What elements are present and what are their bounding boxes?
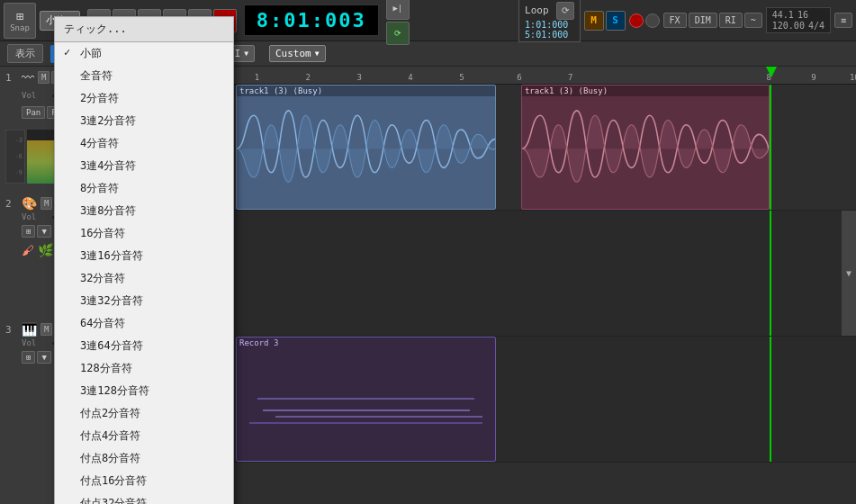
ri-button[interactable]: RI [719, 13, 743, 28]
track-3-lane-content: Record 3 [236, 337, 856, 462]
menu-item-triplet-eighth[interactable]: 3連8分音符 [55, 200, 233, 222]
snap-button[interactable]: ⊞ Snap [4, 3, 36, 39]
menu-item-half[interactable]: 2分音符 [55, 87, 233, 110]
ruler-mark-4: 4 [408, 73, 412, 82]
ruler-mark-3: 3 [356, 73, 361, 82]
menu-item-measure[interactable]: 小節 [55, 42, 233, 65]
menu-item-dotted-eighth[interactable]: 付点8分音符 [55, 447, 233, 470]
menu-item-dotted-quarter[interactable]: 付点4分音符 [55, 425, 233, 447]
track-1-lane-content: track1 (3) (Busy) track1 (3) (Busy) [236, 85, 856, 210]
track-1-number: 1 [5, 72, 18, 84]
ruler-mark-7: 7 [568, 73, 572, 82]
solo-button[interactable]: S [606, 11, 626, 31]
playhead-marker [766, 67, 777, 77]
track-3-clip-1[interactable]: Record 3 [236, 337, 496, 462]
tilde-button[interactable]: ~ [744, 13, 762, 28]
track-2-leaf-icon[interactable]: 🌿 [38, 243, 53, 257]
fx-dim-buttons: FX DIM RI ~ [663, 13, 762, 28]
snap-dropdown-menu: ティック... 小節 全音符 2分音符 3連2分音符 4分音符 3連4分音符 8… [54, 16, 234, 504]
track-3-scroll[interactable]: ▼ [37, 351, 50, 364]
loop-end-button[interactable]: ▶| [386, 0, 410, 20]
project-info: 44.1 16 120.00 4/4 [766, 7, 831, 33]
ruler-mark-9: 9 [811, 73, 815, 82]
fx-button[interactable]: FX [663, 13, 687, 28]
menu-item-triplet-half[interactable]: 3連2分音符 [55, 110, 233, 132]
track-2-scroll[interactable]: ▼ [37, 225, 50, 238]
menu-item-triplet-32nd[interactable]: 3連32分音符 [55, 290, 233, 312]
top-right-controls: Loop ⟳ 1:01:000 5:01:000 M S FX DIM RI ~ [518, 0, 852, 42]
ruler-mark-6: 6 [517, 73, 521, 82]
menu-item-dotted-half[interactable]: 付点2分音符 [55, 402, 233, 425]
loop-start-time: 1:01:000 [525, 20, 568, 30]
record-indicator [629, 14, 644, 28]
track-2-expand[interactable]: ⊞ [22, 225, 35, 238]
track-2-lane-content: ▼ [236, 211, 856, 336]
track-2-mute[interactable]: M [41, 197, 52, 210]
custom-dropdown-container: Custom ▼ [269, 45, 326, 62]
play-indicator [645, 14, 660, 28]
timeline-area: 1 2 3 4 5 6 7 8 9 10 -3 -6 -3 -6 [216, 67, 856, 504]
menu-item-128th[interactable]: 128分音符 [55, 357, 233, 380]
track-1-clip-1-label: track1 (3) (Busy) [237, 86, 495, 96]
menu-item-tick[interactable]: ティック... [55, 17, 233, 42]
track-3-mute[interactable]: M [41, 323, 52, 336]
track-1-clip-1[interactable]: track1 (3) (Busy) [236, 85, 496, 210]
track-1-clip-2-label: track1 (3) (Busy) [522, 86, 769, 96]
record-midi-line-1 [249, 422, 482, 424]
loop-section: Loop ⟳ 1:01:000 5:01:000 [518, 0, 581, 42]
record-midi-line-3 [257, 398, 474, 400]
track-1-waveform-2 [522, 96, 769, 201]
track-3-piano-icon[interactable]: 🎹 [22, 322, 37, 337]
track-1-lane: -3 -6 -3 -6 -3 -8 -3 track1 (3) (Busy) [216, 85, 856, 211]
track-3-playhead [770, 337, 771, 462]
ruler-mark-5: 5 [459, 73, 464, 82]
mute-solo-section: M S [584, 11, 626, 31]
menu-item-quarter[interactable]: 4分音符 [55, 132, 233, 155]
track-1-db-scale: -3 -6 -9 [5, 130, 25, 184]
menu-item-triplet-128th[interactable]: 3連128分音符 [55, 380, 233, 402]
loop-button[interactable]: ⟳ [386, 22, 410, 45]
track-2-lane: 120 108 96 84 72 60 48 ▼ [216, 211, 856, 337]
menu-item-32nd[interactable]: 32分音符 [55, 267, 233, 290]
track-2-brush-icon[interactable]: 🖌 [22, 243, 34, 257]
track-1-waveform-1 [237, 96, 495, 201]
timeline-ruler: 1 2 3 4 5 6 7 8 9 10 [216, 67, 856, 85]
track-3-lane: 120 -12 -24 80 48 Record 3 [216, 337, 856, 463]
list-view-button[interactable]: ≡ [834, 13, 852, 28]
track-1-clip-2[interactable]: track1 (3) (Busy) [521, 85, 770, 210]
mute-button[interactable]: M [584, 11, 604, 31]
loop-end-time: 5:01:000 [525, 30, 568, 40]
dim-button[interactable]: DIM [689, 13, 717, 28]
track-2-paint-icon[interactable]: 🎨 [22, 196, 37, 211]
snap-icon: ⊞ [16, 9, 23, 23]
track-1-playhead [770, 85, 771, 210]
record-midi-line-5 [249, 403, 444, 405]
ruler-mark-1: 1 [255, 73, 259, 82]
loop-toggle[interactable]: ⟳ [556, 2, 574, 20]
menu-item-triplet-quarter[interactable]: 3連4分音符 [55, 155, 233, 177]
menu-item-64th[interactable]: 64分音符 [55, 312, 233, 335]
menu-item-16th[interactable]: 16分音符 [55, 222, 233, 245]
track-2-scroll-arrow[interactable]: ▼ [842, 211, 856, 336]
ruler-mark-10: 10 [850, 73, 856, 82]
menu-item-triplet-64th[interactable]: 3連64分音符 [55, 335, 233, 357]
track-2-number: 2 [5, 198, 18, 210]
track-1-wave-icon[interactable]: 〰 [22, 70, 34, 85]
track-3-expand[interactable]: ⊞ [22, 351, 35, 364]
track-3-number: 3 [5, 324, 18, 336]
custom-dropdown-arrow: ▼ [315, 50, 320, 58]
tracks-container: -3 -6 -3 -6 -3 -8 -3 track1 (3) (Busy) [216, 85, 856, 504]
custom-dropdown[interactable]: Custom ▼ [269, 45, 326, 62]
menu-item-dotted-16th[interactable]: 付点16分音符 [55, 470, 233, 492]
menu-item-whole[interactable]: 全音符 [55, 65, 233, 87]
track-1-pan[interactable]: Pan [22, 106, 45, 119]
track-2-playhead [770, 211, 771, 336]
show-button[interactable]: 表示 [7, 44, 43, 63]
menu-item-eighth[interactable]: 8分音符 [55, 177, 233, 200]
track-3-clip-1-label: Record 3 [237, 338, 495, 348]
track-1-mute[interactable]: M [38, 71, 50, 84]
record-midi-line-2 [263, 410, 470, 411]
menu-item-dotted-32nd[interactable]: 付点32分音符 [55, 492, 233, 504]
ruler-mark-2: 2 [306, 73, 311, 82]
menu-item-triplet-16th[interactable]: 3連16分音符 [55, 245, 233, 267]
